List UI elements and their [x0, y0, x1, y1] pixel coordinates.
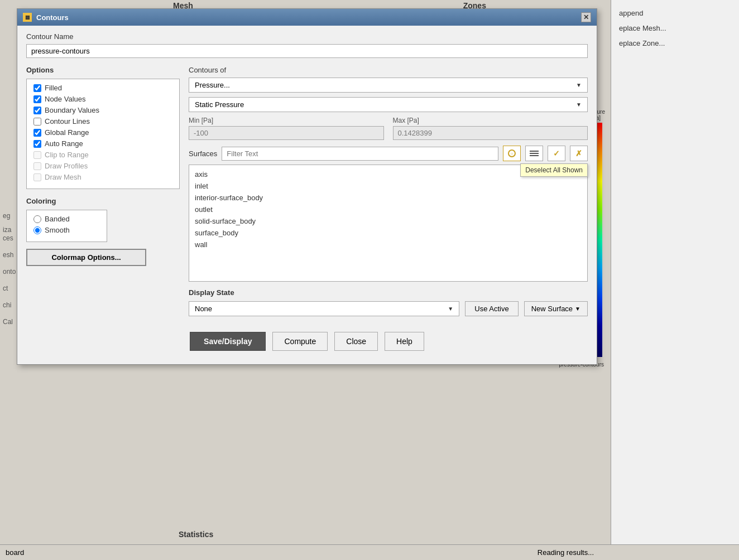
select-all-shown-button[interactable]: ○	[503, 146, 521, 161]
tooltip-deselect-all-shown: Deselect All Shown	[520, 163, 588, 177]
bg-label-esh: esh	[3, 251, 13, 259]
list-item[interactable]: inlet	[195, 180, 582, 192]
bottom-left-text: board	[6, 548, 24, 557]
options-title: Options	[26, 66, 180, 74]
node-values-label: Node Values	[45, 95, 85, 103]
option-auto-range: Auto Range	[33, 139, 172, 148]
coloring-box: Banded Smooth	[26, 210, 107, 242]
x-icon: ✗	[575, 149, 582, 158]
smooth-radio[interactable]	[33, 226, 41, 234]
list-item[interactable]: solid-surface_body	[195, 215, 582, 227]
node-values-checkbox[interactable]	[33, 95, 41, 103]
list-item[interactable]: wall	[195, 239, 582, 250]
smooth-label: Smooth	[45, 226, 70, 234]
new-surface-button[interactable]: New Surface ▼	[524, 301, 588, 316]
bg-label-ct: ct	[3, 284, 8, 292]
coloring-smooth: Smooth	[33, 226, 100, 234]
colormap-options-button[interactable]: Colormap Options...	[26, 249, 146, 266]
contours-of-dropdown1[interactable]: Pressure... ▼	[189, 78, 588, 93]
bg-label-ces: ces	[3, 234, 13, 242]
auto-range-checkbox[interactable]	[33, 140, 41, 148]
global-range-checkbox[interactable]	[33, 129, 41, 137]
range-max-label: Max [Pa]	[393, 117, 588, 124]
list-item[interactable]: interior-surface_body	[195, 192, 582, 204]
contour-lines-checkbox[interactable]	[33, 118, 41, 125]
contour-name-input[interactable]	[26, 44, 588, 58]
deselect-button[interactable]	[525, 146, 543, 161]
statistics-label: Statistics	[179, 530, 213, 539]
clip-to-range-label: Clip to Range	[45, 151, 89, 159]
range-max-input[interactable]	[393, 126, 588, 140]
range-min-group: Min [Pa]	[189, 117, 384, 140]
list-item[interactable]: outlet	[195, 204, 582, 215]
help-button[interactable]: Help	[385, 332, 424, 351]
banded-radio[interactable]	[33, 215, 41, 223]
lines-icon	[530, 151, 539, 156]
bottom-buttons: Save/Display Compute Close Help	[26, 325, 588, 355]
draw-profiles-label: Draw Profiles	[45, 162, 88, 170]
line-2	[530, 153, 539, 154]
options-box: Filled Node Values Boundary Values Conto…	[26, 79, 180, 189]
option-boundary-values: Boundary Values	[33, 106, 172, 114]
surfaces-list[interactable]: axis inlet interior-surface_body outlet …	[189, 165, 588, 282]
range-row: Min [Pa] Max [Pa]	[189, 117, 588, 140]
surfaces-filter-input[interactable]	[222, 147, 498, 161]
option-draw-profiles: Draw Profiles	[33, 162, 172, 170]
surfaces-label: Surfaces	[189, 149, 217, 158]
dialog-title-text: Contours	[36, 13, 69, 22]
display-state-title: Display State	[189, 288, 588, 297]
chevron-down-icon-1: ▼	[576, 82, 582, 88]
global-range-label: Global Range	[45, 128, 89, 137]
contour-lines-label: Contour Lines	[45, 117, 90, 125]
draw-mesh-checkbox[interactable]	[33, 173, 41, 181]
circle-icon: ○	[511, 151, 514, 156]
contours-of-dropdown2[interactable]: Static Pressure ▼	[189, 97, 588, 112]
right-column: Contours of Pressure... ▼ Static Pressur…	[189, 66, 588, 316]
option-node-values: Node Values	[33, 95, 172, 103]
display-state-section: Display State None ▼ Use Active New Surf…	[189, 288, 588, 316]
option-clip-to-range: Clip to Range	[33, 151, 172, 159]
coloring-section: Coloring Banded Smooth Colormap Options.…	[26, 197, 180, 266]
auto-range-label: Auto Range	[45, 139, 83, 148]
line-3	[530, 155, 539, 156]
draw-profiles-checkbox[interactable]	[33, 162, 41, 170]
range-max-group: Max [Pa]	[393, 117, 588, 140]
clip-to-range-checkbox[interactable]	[33, 151, 41, 159]
chevron-down-icon-2: ▼	[576, 102, 582, 108]
deselect-all-shown-button[interactable]: ✗	[570, 146, 588, 161]
display-state-value: None	[195, 305, 212, 313]
filled-label: Filled	[45, 84, 62, 92]
right-panel: append eplace Mesh... eplace Zone...	[611, 0, 739, 560]
bottom-right-text: Reading results...	[538, 548, 594, 557]
contours-dialog: ▦ Contours ✕ Contour Name Options Filled	[17, 8, 597, 365]
list-item[interactable]: surface_body	[195, 227, 582, 239]
bg-label-onto: onto	[3, 268, 16, 276]
save-display-button[interactable]: Save/Display	[190, 332, 266, 351]
deselect-all-shown-container: ✗ Deselect All Shown	[570, 146, 588, 161]
range-min-label: Min [Pa]	[189, 117, 384, 124]
filled-checkbox[interactable]	[33, 84, 41, 92]
use-active-button[interactable]: Use Active	[465, 301, 518, 316]
compute-button[interactable]: Compute	[272, 332, 328, 351]
right-panel-item-append[interactable]: append	[617, 6, 733, 21]
line-1	[530, 151, 539, 152]
dialog-body: Contour Name Options Filled Node Values	[17, 26, 597, 364]
display-state-dropdown[interactable]: None ▼	[189, 301, 459, 316]
coloring-banded: Banded	[33, 215, 100, 223]
range-min-input[interactable]	[189, 126, 384, 140]
option-global-range: Global Range	[33, 128, 172, 137]
contours-of-dropdown1-value: Pressure...	[195, 81, 230, 89]
draw-mesh-label: Draw Mesh	[45, 173, 81, 181]
close-icon[interactable]: ✕	[581, 12, 591, 22]
select-all-icon: ○	[508, 149, 516, 157]
close-button[interactable]: Close	[334, 332, 378, 351]
right-panel-item-replace-mesh[interactable]: eplace Mesh...	[617, 21, 733, 36]
boundary-values-checkbox[interactable]	[33, 107, 41, 114]
dialog-title-bar: ▦ Contours ✕	[17, 9, 597, 26]
right-panel-item-replace-zone[interactable]: eplace Zone...	[617, 36, 733, 51]
contours-of-dropdown2-value: Static Pressure	[195, 100, 244, 109]
select-all-button[interactable]: ✓	[548, 146, 565, 161]
chevron-down-icon-4: ▼	[575, 306, 580, 312]
bg-label-eg: eg	[3, 212, 10, 220]
option-contour-lines: Contour Lines	[33, 117, 172, 125]
